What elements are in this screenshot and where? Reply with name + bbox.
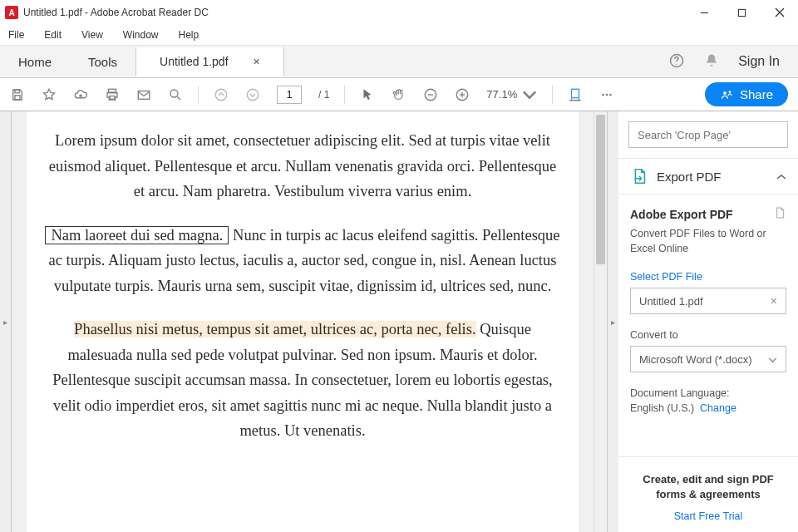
tab-document-label: Untitled 1.pdf [160,55,229,68]
scrollbar-thumb[interactable] [596,115,605,264]
left-panel-toggle[interactable]: ▸ [0,111,12,532]
more-icon[interactable] [599,87,614,102]
share-button[interactable]: Share [705,82,788,106]
select-file-label[interactable]: Select PDF File [630,271,786,283]
svg-point-11 [170,90,178,97]
star-icon[interactable] [42,87,57,102]
export-pdf-title: Export PDF [657,170,768,184]
svg-point-22 [606,93,608,96]
svg-point-25 [729,91,732,93]
maximize-button[interactable] [723,0,761,25]
vertical-scrollbar[interactable] [594,111,607,532]
svg-rect-1 [738,9,745,16]
export-subtitle: Convert PDF Files to Word or Excel Onlin… [630,227,786,256]
paragraph-3: Phasellus nisi metus, tempus sit amet, u… [45,317,560,444]
page-up-icon[interactable] [214,87,229,102]
svg-point-14 [247,89,259,101]
promo-text: Create, edit and sign PDF forms & agreem… [630,472,786,502]
zoom-dropdown[interactable]: 77.1% [486,87,537,102]
export-heading: Adobe Export PDF [630,208,733,221]
menu-view[interactable]: View [78,27,106,42]
chevron-down-icon [768,353,777,366]
svg-point-23 [609,93,612,96]
search-input[interactable] [628,121,788,148]
doc-small-icon [773,206,786,222]
menu-file[interactable]: File [5,27,27,42]
tools-panel: Export PDF Adobe Export PDF Convert PDF … [618,111,798,532]
svg-point-5 [677,63,677,64]
menu-help[interactable]: Help [175,27,203,42]
page: Lorem ipsum dolor sit amet, consectetuer… [27,111,579,532]
zoom-out-icon[interactable] [423,87,438,102]
right-panel-toggle[interactable]: ▸ [607,111,618,532]
svg-rect-8 [109,89,116,92]
promo-cta-link[interactable]: Start Free Trial [630,510,786,522]
convert-to-dropdown[interactable]: Microsoft Word (*.docx) [630,346,786,372]
promo-box: Create, edit and sign PDF forms & agreem… [618,456,798,532]
zoom-in-icon[interactable] [455,87,470,102]
title-bar: A Untitled 1.pdf - Adobe Acrobat Reader … [0,0,798,25]
clear-file-icon[interactable]: × [771,294,777,308]
app-icon: A [5,6,18,19]
doc-language-value: English (U.S.) [630,402,694,414]
close-button[interactable] [761,0,798,25]
tab-row: Home Tools Untitled 1.pdf × Sign In [0,45,798,78]
annotation-box[interactable]: Nam laoreet dui sed magna. [45,226,229,244]
print-icon[interactable] [105,87,120,102]
help-icon[interactable] [668,52,685,71]
svg-rect-9 [110,96,115,99]
document-area: Lorem ipsum dolor sit amet, consectetuer… [12,111,607,532]
paragraph-1: Lorem ipsum dolor sit amet, consectetuer… [45,128,560,204]
menu-window[interactable]: Window [120,27,162,42]
sign-in-button[interactable]: Sign In [738,54,780,69]
svg-point-24 [723,91,727,95]
window-title: Untitled 1.pdf - Adobe Acrobat Reader DC [23,7,209,18]
tab-document[interactable]: Untitled 1.pdf × [135,47,284,77]
chevron-up-icon[interactable] [776,170,786,183]
zoom-value: 77.1% [486,88,517,101]
svg-point-21 [602,93,604,96]
page-count: / 1 [318,89,329,101]
fit-width-icon[interactable] [568,87,583,102]
selected-file-field[interactable]: Untitled 1.pdf × [630,288,786,314]
svg-rect-10 [138,91,150,99]
page-down-icon[interactable] [245,87,260,102]
tab-home[interactable]: Home [0,46,70,77]
minimize-button[interactable] [686,0,723,25]
export-pdf-tool-header[interactable]: Export PDF [618,158,798,195]
svg-line-12 [177,96,180,100]
convert-to-value: Microsoft Word (*.docx) [639,353,752,366]
menu-bar: File Edit View Window Help [0,25,798,45]
svg-point-13 [215,89,227,101]
selected-file-name: Untitled 1.pdf [639,295,703,308]
hand-icon[interactable] [392,87,406,102]
search-icon[interactable] [168,87,183,102]
page-input[interactable] [277,86,302,104]
paragraph-2: Nam laoreet dui sed magna. Nunc in turpi… [45,223,560,299]
bell-icon[interactable] [703,52,720,71]
mail-icon[interactable] [136,87,151,102]
save-icon[interactable] [10,87,25,102]
tab-tools[interactable]: Tools [70,46,135,77]
share-label: Share [740,87,773,101]
annotation-highlight[interactable]: Phasellus nisi metus, tempus sit amet, u… [74,321,475,337]
cloud-upload-icon[interactable] [73,87,88,102]
tab-close-icon[interactable]: × [254,55,260,68]
menu-edit[interactable]: Edit [41,27,65,42]
svg-rect-7 [15,95,20,99]
pointer-icon[interactable] [360,87,375,102]
change-language-link[interactable]: Change [700,402,736,414]
svg-rect-6 [15,90,19,93]
toolbar: / 1 77.1% Share [0,78,798,111]
doc-language-label: Document Language: [630,387,786,399]
export-pdf-icon [630,167,648,185]
svg-rect-20 [572,89,579,98]
convert-to-label: Convert to [630,329,786,341]
